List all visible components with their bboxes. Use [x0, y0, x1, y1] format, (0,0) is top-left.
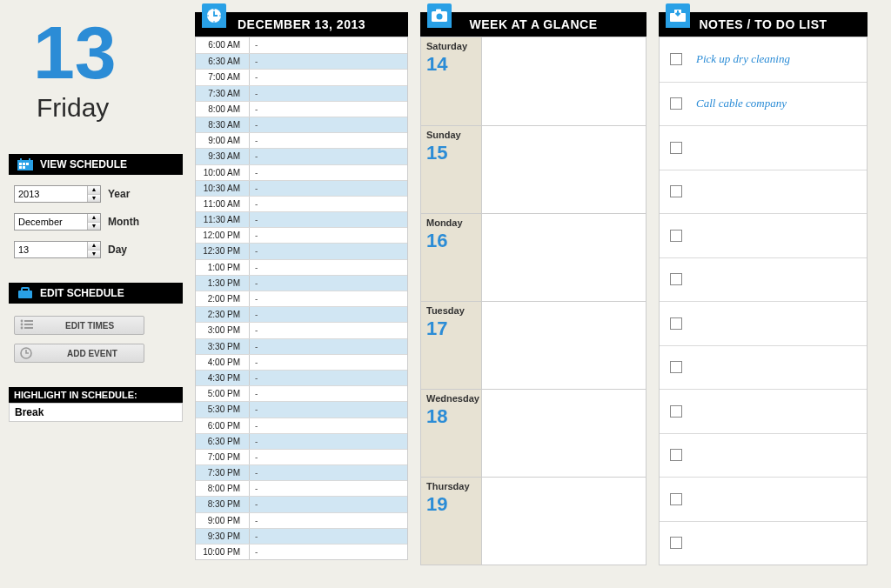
timeslot-row[interactable]: 8:30 PM-	[196, 496, 407, 511]
timeslot-value[interactable]: -	[250, 291, 407, 306]
todo-row[interactable]	[660, 257, 867, 302]
week-day-content[interactable]	[482, 214, 646, 301]
day-spinner[interactable]: 13 ▲▼	[14, 241, 101, 258]
timeslot-value[interactable]: -	[250, 323, 407, 337]
timeslot-row[interactable]: 11:00 AM-	[196, 196, 407, 211]
todo-row[interactable]	[660, 170, 867, 214]
timeslot-row[interactable]: 10:00 AM-	[196, 164, 407, 180]
timeslot-value[interactable]: -	[250, 465, 407, 480]
todo-row[interactable]	[660, 521, 867, 565]
todo-row[interactable]	[660, 433, 867, 478]
week-day-row[interactable]: Tuesday17	[421, 301, 646, 389]
timeslot-value[interactable]: -	[250, 197, 407, 211]
timeslot-value[interactable]: -	[250, 545, 407, 559]
timeslot-value[interactable]: -	[250, 86, 407, 101]
week-day-content[interactable]	[482, 302, 646, 389]
todo-checkbox[interactable]	[670, 185, 682, 197]
timeslot-value[interactable]: -	[250, 386, 407, 401]
timeslot-row[interactable]: 11:30 AM-	[196, 211, 407, 227]
timeslot-value[interactable]: -	[250, 418, 407, 433]
highlight-value[interactable]: Break	[9, 403, 183, 422]
timeslot-row[interactable]: 10:30 AM-	[196, 180, 407, 196]
timeslot-row[interactable]: 9:30 PM-	[196, 528, 407, 544]
timeslot-value[interactable]: -	[250, 165, 407, 180]
timeslot-row[interactable]: 6:00 PM-	[196, 418, 407, 433]
timeslot-row[interactable]: 4:00 PM-	[196, 354, 407, 370]
todo-row[interactable]	[660, 213, 867, 257]
week-day-row[interactable]: Sunday15	[421, 125, 646, 213]
timeslot-row[interactable]: 5:00 PM-	[196, 385, 407, 401]
timeslot-row[interactable]: 8:00 AM-	[196, 101, 407, 117]
year-spinner[interactable]: 2013 ▲▼	[14, 185, 101, 203]
todo-row[interactable]: Pick up dry cleaning	[660, 37, 867, 82]
week-day-content[interactable]	[482, 126, 646, 213]
timeslot-value[interactable]: -	[250, 481, 407, 496]
todo-checkbox[interactable]	[670, 273, 682, 285]
timeslot-value[interactable]: -	[250, 149, 407, 164]
add-event-button[interactable]: ADD EVENT	[14, 344, 144, 363]
timeslot-row[interactable]: 3:30 PM-	[196, 338, 407, 354]
timeslot-row[interactable]: 9:00 PM-	[196, 512, 407, 528]
todo-row[interactable]	[660, 125, 867, 170]
todo-checkbox[interactable]	[670, 142, 682, 154]
timeslot-row[interactable]: 1:00 PM-	[196, 259, 407, 275]
timeslot-value[interactable]: -	[250, 133, 407, 148]
todo-text[interactable]: Call cable company	[696, 97, 787, 110]
timeslot-row[interactable]: 9:30 AM-	[196, 148, 407, 164]
todo-checkbox[interactable]	[670, 97, 682, 110]
timeslot-row[interactable]: 6:30 PM-	[196, 433, 407, 449]
timeslot-value[interactable]: -	[250, 181, 407, 196]
timeslot-value[interactable]: -	[250, 497, 407, 511]
todo-checkbox[interactable]	[670, 230, 682, 242]
timeslot-row[interactable]: 7:30 AM-	[196, 85, 407, 101]
week-day-row[interactable]: Saturday14	[421, 37, 646, 125]
month-spinner[interactable]: December ▲▼	[14, 213, 101, 231]
todo-row[interactable]	[660, 345, 867, 390]
timeslot-row[interactable]: 3:00 PM-	[196, 322, 407, 337]
todo-row[interactable]	[660, 301, 867, 345]
timeslot-value[interactable]: -	[250, 371, 407, 385]
week-day-row[interactable]: Wednesday18	[421, 389, 646, 477]
timeslot-value[interactable]: -	[250, 450, 407, 464]
todo-checkbox[interactable]	[670, 493, 682, 505]
todo-text[interactable]: Pick up dry cleaning	[696, 52, 790, 66]
timeslot-value[interactable]: -	[250, 54, 407, 69]
timeslot-value[interactable]: -	[250, 339, 407, 354]
timeslot-value[interactable]: -	[250, 513, 407, 528]
week-day-content[interactable]	[482, 390, 646, 477]
timeslot-row[interactable]: 12:30 PM-	[196, 243, 407, 258]
timeslot-value[interactable]: -	[250, 276, 407, 291]
week-day-row[interactable]: Monday16	[421, 213, 646, 301]
timeslot-value[interactable]: -	[250, 355, 407, 370]
todo-row[interactable]	[660, 477, 867, 521]
timeslot-row[interactable]: 7:00 AM-	[196, 69, 407, 84]
timeslot-value[interactable]: -	[250, 307, 407, 322]
timeslot-value[interactable]: -	[250, 244, 407, 258]
timeslot-value[interactable]: -	[250, 529, 407, 544]
timeslot-row[interactable]: 7:00 PM-	[196, 449, 407, 464]
timeslot-row[interactable]: 5:30 PM-	[196, 401, 407, 417]
todo-checkbox[interactable]	[670, 449, 682, 461]
timeslot-value[interactable]: -	[250, 70, 407, 84]
timeslot-row[interactable]: 2:00 PM-	[196, 291, 407, 306]
timeslot-value[interactable]: -	[250, 102, 407, 117]
timeslot-row[interactable]: 4:30 PM-	[196, 370, 407, 385]
timeslot-value[interactable]: -	[250, 117, 407, 132]
timeslot-row[interactable]: 12:00 PM-	[196, 227, 407, 243]
timeslot-row[interactable]: 7:30 PM-	[196, 464, 407, 480]
timeslot-value[interactable]: -	[250, 402, 407, 417]
todo-checkbox[interactable]	[670, 53, 682, 65]
timeslot-row[interactable]: 1:30 PM-	[196, 275, 407, 291]
week-day-content[interactable]	[482, 478, 646, 565]
todo-checkbox[interactable]	[670, 537, 682, 549]
todo-row[interactable]	[660, 389, 867, 433]
week-day-content[interactable]	[482, 37, 646, 125]
timeslot-row[interactable]: 6:30 AM-	[196, 53, 407, 69]
timeslot-value[interactable]: -	[250, 228, 407, 243]
timeslot-row[interactable]: 2:30 PM-	[196, 306, 407, 322]
timeslot-row[interactable]: 8:00 PM-	[196, 480, 407, 496]
timeslot-value[interactable]: -	[250, 37, 407, 53]
timeslot-row[interactable]: 6:00 AM-	[196, 37, 407, 53]
todo-checkbox[interactable]	[670, 405, 682, 418]
timeslot-row[interactable]: 8:30 AM-	[196, 117, 407, 132]
